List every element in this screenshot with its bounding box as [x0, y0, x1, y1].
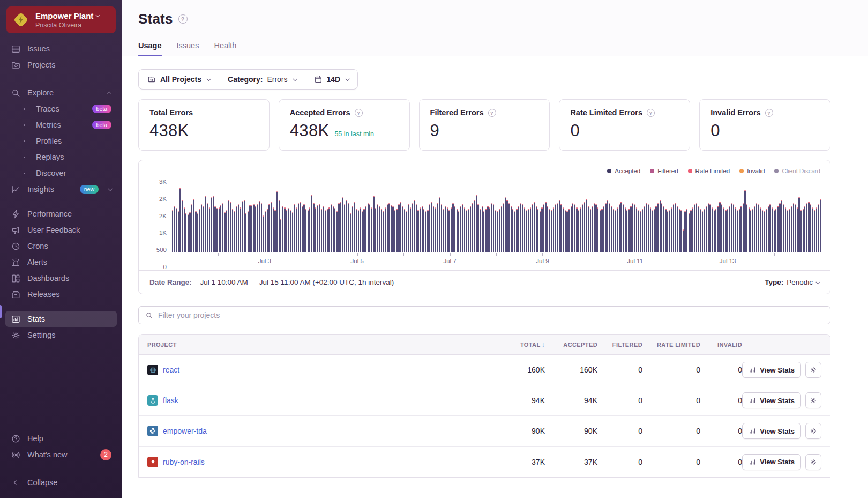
col-invalid[interactable]: INVALID [700, 341, 742, 348]
org-switcher[interactable]: Empower Plant Priscila Oliveira [6, 6, 116, 33]
project-link[interactable]: flask [163, 396, 178, 405]
search-icon [145, 311, 153, 319]
col-accepted[interactable]: ACCEPTED [545, 341, 597, 348]
cell-accepted: 90K [545, 427, 597, 435]
help-icon[interactable]: ? [488, 109, 496, 117]
tab-issues[interactable]: Issues [177, 41, 199, 56]
project-selector-value: All Projects [160, 75, 201, 84]
sidebar-item-discover[interactable]: Discover [5, 165, 117, 181]
sidebar-item-label: Dashboards [27, 274, 69, 283]
sidebar-item-performance[interactable]: Performance [5, 206, 117, 222]
legend-item[interactable]: Invalid [739, 168, 765, 174]
projects-icon [11, 60, 21, 70]
type-selector[interactable]: Type: Periodic [765, 278, 819, 286]
project-selector[interactable]: All Projects [139, 70, 219, 89]
cell-rate-limited: 0 [642, 366, 700, 374]
sidebar-item-label: Settings [27, 331, 55, 339]
legend-item[interactable]: Accepted [607, 168, 640, 174]
sidebar-item-settings[interactable]: Settings [5, 327, 117, 343]
sidebar-item-label: Explore [27, 88, 54, 97]
sidebar-collapse-button[interactable]: Collapse [5, 474, 117, 490]
table-row: ruby-on-rails 37K 37K 0 0 0 View Stats [139, 447, 830, 477]
project-settings-button[interactable] [805, 423, 821, 439]
main-content: Stats ? Usage Issues Health All Projects… [122, 0, 868, 498]
col-project[interactable]: PROJECT [147, 341, 496, 348]
date-range-value: Jul 1 10:00 AM — Jul 15 11:00 AM (+02:00… [200, 278, 394, 286]
help-icon[interactable]: ? [765, 109, 773, 117]
legend-dot-icon [739, 169, 744, 173]
sidebar-item-label: Discover [36, 169, 66, 177]
sidebar-footer: Help What's new 2 Collapse [0, 430, 122, 498]
cell-filtered: 0 [597, 458, 642, 466]
bar-chart-plot[interactable] [172, 182, 820, 252]
date-range-selector[interactable]: 14D [305, 70, 358, 89]
tab-usage[interactable]: Usage [138, 41, 162, 56]
view-stats-button[interactable]: View Stats [742, 362, 801, 378]
sidebar-item-help[interactable]: Help [5, 430, 117, 447]
sidebar-item-user-feedback[interactable]: User Feedback [5, 222, 117, 238]
col-rate-limited[interactable]: RATE LIMITED [642, 341, 700, 348]
sidebar-item-traces[interactable]: Traces beta [5, 101, 117, 117]
category-selector[interactable]: Category: Errors [219, 70, 304, 89]
sidebar-item-issues[interactable]: Issues [5, 41, 117, 57]
sidebar-item-releases[interactable]: Releases [5, 286, 117, 302]
issues-icon [11, 44, 21, 54]
card-title: Rate Limited Errors [570, 108, 642, 117]
project-settings-button[interactable] [805, 454, 821, 470]
sidebar-item-profiles[interactable]: Profiles [5, 133, 117, 149]
sidebar-item-label: Help [27, 434, 43, 443]
project-link[interactable]: empower-tda [163, 427, 207, 435]
date-range-label: Date Range: [149, 278, 192, 286]
sidebar-item-explore[interactable]: Explore [5, 85, 117, 101]
project-link[interactable]: ruby-on-rails [163, 458, 205, 466]
legend-item[interactable]: Filtered [650, 168, 678, 174]
col-filtered[interactable]: FILTERED [597, 341, 642, 348]
help-icon[interactable]: ? [355, 109, 363, 117]
view-stats-button[interactable]: View Stats [742, 454, 801, 470]
card-note: 55 in last min [334, 130, 374, 138]
sidebar-item-dashboards[interactable]: Dashboards [5, 270, 117, 286]
react-platform-icon [147, 365, 158, 375]
sidebar-item-insights[interactable]: Insights new [5, 181, 117, 197]
card-value: 0 [570, 121, 580, 140]
project-settings-button[interactable] [805, 362, 821, 378]
col-total[interactable]: TOTAL↓ [496, 341, 545, 348]
org-user: Priscila Oliveira [35, 21, 99, 29]
org-name: Empower Plant [35, 11, 93, 20]
beta-badge: beta [92, 121, 111, 129]
cell-invalid: 0 [700, 427, 742, 435]
chart-legend[interactable]: AcceptedFilteredRate LimitedInvalidClien… [148, 168, 820, 174]
sidebar-item-projects[interactable]: Projects [5, 57, 117, 73]
cell-filtered: 0 [597, 427, 642, 435]
chevron-left-icon [13, 480, 18, 485]
chevron-down-icon [108, 187, 112, 191]
sidebar-item-stats[interactable]: Stats [5, 311, 117, 327]
search-input[interactable] [158, 311, 824, 319]
bullet-icon [24, 157, 25, 158]
chart-footer: Date Range: Jul 1 10:00 AM — Jul 15 11:0… [139, 270, 830, 294]
sidebar-item-metrics[interactable]: Metrics beta [5, 117, 117, 133]
calendar-icon [314, 75, 323, 84]
tab-health[interactable]: Health [214, 41, 236, 56]
sidebar-item-alerts[interactable]: Alerts [5, 254, 117, 270]
sidebar-item-whats-new[interactable]: What's new 2 [5, 447, 117, 463]
project-settings-button[interactable] [805, 392, 821, 408]
card-value: 0 [710, 121, 720, 140]
legend-item[interactable]: Rate Limited [688, 168, 730, 174]
project-link[interactable]: react [163, 366, 179, 374]
view-stats-button[interactable]: View Stats [742, 423, 801, 439]
flask-platform-icon [147, 395, 158, 406]
card-value: 9 [430, 121, 440, 140]
sidebar-item-crons[interactable]: Crons [5, 238, 117, 254]
sidebar-item-replays[interactable]: Replays [5, 149, 117, 165]
page-title-help-icon[interactable]: ? [178, 14, 188, 24]
new-badge: new [80, 185, 99, 194]
help-icon[interactable]: ? [647, 109, 655, 117]
legend-item[interactable]: Client Discard [774, 168, 820, 174]
category-value: Errors [267, 75, 287, 84]
active-item-edge-indicator [0, 305, 2, 318]
card-rate-limited-errors: Rate Limited Errors? 0 [559, 99, 690, 151]
view-stats-button[interactable]: View Stats [742, 392, 801, 408]
usage-chart-panel: AcceptedFilteredRate LimitedInvalidClien… [138, 160, 830, 294]
sidebar-item-label: Performance [27, 210, 72, 218]
